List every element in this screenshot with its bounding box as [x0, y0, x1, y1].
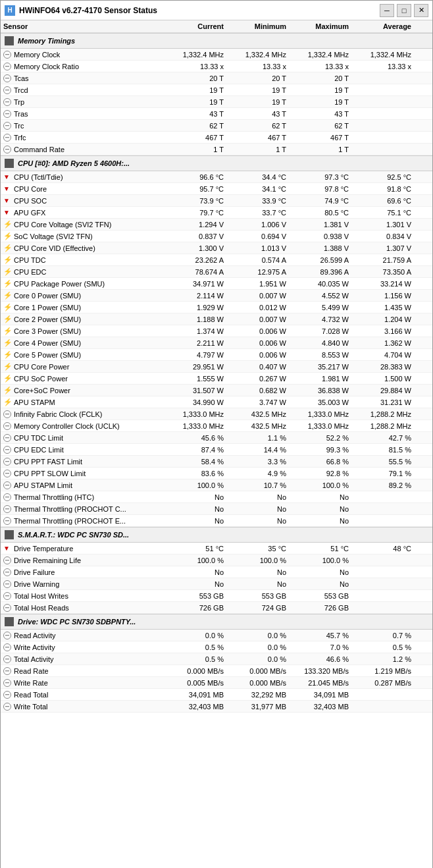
sensor-name: CPU EDC — [14, 268, 47, 276]
sensor-current: 100.0 % — [161, 481, 224, 489]
sensor-current: 0.0 % — [161, 632, 224, 639]
sensor-name-cell: Command Rate — [3, 146, 161, 153]
sensor-minimum: 0.0 % — [224, 632, 286, 639]
sensor-current: No — [161, 505, 224, 513]
sensor-minimum: 0.267 W — [224, 375, 286, 383]
sensor-name-cell: CPU EDC Limit — [3, 446, 161, 454]
header-sensor: Sensor — [3, 22, 161, 30]
sensor-maximum: 13.33 x — [286, 63, 349, 70]
sensor-name: Core 3 Power (SMU) — [14, 327, 81, 335]
main-window: H HWiNFO64 v6.27-4170 Sensor Status ─ □ … — [0, 0, 433, 868]
sensor-current: 0.837 V — [161, 232, 224, 240]
sensor-average: 48 °C — [349, 545, 411, 553]
sensor-name-cell: ▼CPU (Tctl/Tdie) — [3, 173, 161, 181]
sensor-maximum: No — [286, 493, 349, 501]
sensor-average: 29.884 W — [349, 387, 411, 394]
sensor-minimum: 0.0 % — [224, 643, 286, 651]
minus-circle-icon — [3, 434, 11, 442]
minus-circle-icon — [3, 604, 11, 612]
restore-button[interactable]: □ — [397, 4, 411, 17]
sensor-maximum: 21.045 MB/s — [286, 679, 349, 687]
minus-circle-icon — [3, 63, 11, 70]
sensor-name: CPU PPT SLOW Limit — [14, 470, 86, 477]
table-row: ⚡Core 5 Power (SMU)4.797 W0.006 W8.553 W… — [1, 349, 432, 361]
sensor-name: Drive Temperature — [14, 545, 73, 553]
table-row: ⚡CPU SoC Power1.555 W0.267 W1.981 W1.500… — [1, 373, 432, 385]
sensor-average: 81.5 % — [349, 446, 411, 454]
sensor-maximum: 100.0 % — [286, 481, 349, 489]
sensor-current: 29.951 W — [161, 363, 224, 371]
sensor-current: 43 T — [161, 110, 224, 118]
sensor-name: Drive Warning — [14, 580, 59, 588]
minus-circle-icon — [3, 580, 11, 588]
sensor-name: CPU (Tctl/Tdie) — [14, 173, 63, 181]
sensor-name: APU GFX — [14, 209, 45, 217]
sensor-current: 51 °C — [161, 545, 224, 553]
sensor-current: 2.114 W — [161, 292, 224, 300]
minus-circle-icon — [3, 556, 11, 564]
sensor-name-cell: Read Activity — [3, 632, 161, 639]
table-row: ⚡CPU EDC78.674 A12.975 A89.396 A73.350 A — [1, 266, 432, 278]
table-row: ⚡Core 1 Power (SMU)1.929 W0.012 W5.499 W… — [1, 302, 432, 313]
sensor-current: 1.294 V — [161, 221, 224, 229]
sensor-name-cell: Tras — [3, 110, 161, 118]
minimize-button[interactable]: ─ — [380, 4, 394, 17]
sensor-content[interactable]: Memory TimingsMemory Clock1,332.4 MHz1,3… — [1, 33, 432, 868]
sensor-name: Total Host Reads — [14, 604, 69, 612]
lightning-icon: ⚡ — [3, 375, 11, 383]
sensor-name-cell: Write Activity — [3, 643, 161, 651]
sensor-name-cell: APU STAPM Limit — [3, 481, 161, 489]
arrow-down-icon: ▼ — [3, 173, 11, 181]
minus-circle-icon — [3, 134, 11, 142]
sensor-minimum: 553 GB — [224, 592, 286, 600]
table-row: Tras43 T43 T43 T — [1, 108, 432, 120]
sensor-name: CPU TDC — [14, 256, 46, 264]
sensor-maximum: 1.381 V — [286, 221, 349, 229]
minus-circle-icon — [3, 422, 11, 430]
sensor-maximum: 74.9 °C — [286, 197, 349, 205]
sensor-current: 58.4 % — [161, 458, 224, 466]
section-header-memory-timings: Memory Timings — [1, 33, 432, 49]
sensor-minimum: 1.1 % — [224, 434, 286, 442]
sensor-name: SoC Voltage (SVI2 TFN) — [14, 232, 93, 240]
sensor-name: CPU Core VID (Effective) — [14, 244, 95, 252]
sensor-maximum: 35.003 W — [286, 398, 349, 406]
sensor-name-cell: Read Rate — [3, 667, 161, 675]
header-average: Average — [349, 22, 411, 30]
sensor-current: 1 T — [161, 146, 224, 153]
sensor-name: Command Rate — [14, 146, 64, 153]
sensor-average: 1,288.2 MHz — [349, 410, 411, 418]
sensor-name-cell: CPU PPT FAST Limit — [3, 458, 161, 466]
sensor-name-cell: ⚡Core 0 Power (SMU) — [3, 292, 161, 300]
sensor-name: Drive Remaining Life — [14, 556, 81, 564]
sensor-name: Write Total — [14, 703, 48, 711]
sensor-name-cell: Drive Warning — [3, 580, 161, 588]
table-row: ⚡SoC Voltage (SVI2 TFN)0.837 V0.694 V0.9… — [1, 231, 432, 242]
sensor-current: 13.33 x — [161, 63, 224, 70]
lightning-icon: ⚡ — [3, 244, 11, 252]
sensor-current: 1,333.0 MHz — [161, 410, 224, 418]
sensor-current: 62 T — [161, 122, 224, 130]
sensor-minimum: 43 T — [224, 110, 286, 118]
section-label: Memory Timings — [18, 37, 75, 45]
sensor-maximum: 4.552 W — [286, 292, 349, 300]
lightning-icon: ⚡ — [3, 292, 11, 300]
sensor-minimum: 32,292 MB — [224, 691, 286, 699]
minus-circle-icon — [3, 146, 11, 153]
sensor-name-cell: Write Total — [3, 703, 161, 711]
sensor-maximum: 100.0 % — [286, 556, 349, 564]
sensor-name: Tcas — [14, 74, 29, 82]
sensor-current: 79.7 °C — [161, 209, 224, 217]
table-row: CPU PPT SLOW Limit83.6 %4.9 %92.8 %79.1 … — [1, 468, 432, 479]
sensor-current: 1,333.0 MHz — [161, 422, 224, 430]
sensor-maximum: 40.035 W — [286, 280, 349, 288]
sensor-maximum: 7.028 W — [286, 327, 349, 335]
table-row: Write Rate0.005 MB/s0.000 MB/s21.045 MB/… — [1, 677, 432, 689]
close-button[interactable]: ✕ — [414, 4, 428, 17]
table-row: Memory Clock Ratio13.33 x13.33 x13.33 x1… — [1, 61, 432, 72]
sensor-average: 79.1 % — [349, 470, 411, 477]
table-row: APU STAPM Limit100.0 %10.7 %100.0 %89.2 … — [1, 479, 432, 491]
sensor-name: CPU Core Voltage (SVI2 TFN) — [14, 221, 111, 229]
sensor-name-cell: ⚡Core 2 Power (SMU) — [3, 315, 161, 323]
sensor-maximum: 133.320 MB/s — [286, 667, 349, 675]
